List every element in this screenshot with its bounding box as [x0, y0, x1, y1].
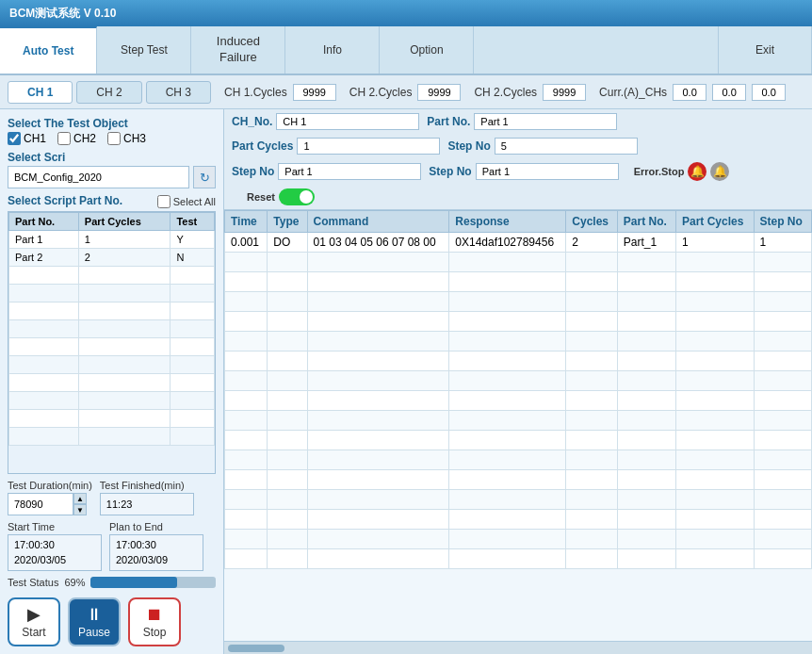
stop-button[interactable]: ⏹ Stop [128, 597, 181, 646]
ch2-checkbox[interactable] [57, 132, 71, 145]
empty-cell-4 [566, 470, 617, 490]
step-no2-item: Step No [232, 163, 421, 180]
test-duration-input[interactable] [8, 493, 73, 515]
parts-table-row[interactable]: Part 1 1 Y [9, 231, 215, 249]
empty-cell-2 [307, 470, 449, 490]
empty-cell-3 [449, 371, 566, 391]
data-table-row-empty [225, 371, 812, 391]
empty-cell-2 [307, 450, 449, 470]
empty-cell-6 [675, 391, 754, 411]
ch-no-item: CH_No. [232, 113, 419, 130]
curr-info: Curr.(A)_CHs [599, 84, 786, 101]
stop-icon: ⏹ [146, 606, 163, 623]
scrollbar-thumb[interactable] [228, 645, 284, 652]
pause-icon: ⏸ [86, 606, 103, 623]
empty-cell-5 [617, 411, 675, 431]
data-cell-2: 01 03 04 05 06 07 08 00 [307, 233, 449, 253]
empty-cell-3 [449, 253, 566, 272]
ch-tab-3[interactable]: CH 3 [146, 81, 211, 104]
empty-cell-7 [754, 371, 812, 391]
empty-cell-1 [268, 371, 307, 391]
data-table-row-empty [225, 530, 812, 549]
empty-cell-1 [268, 391, 307, 411]
ch2-checkbox-label[interactable]: CH2 [57, 132, 96, 145]
ch2-cycles-input[interactable] [417, 84, 461, 101]
refresh-button[interactable]: ↻ [193, 166, 216, 188]
plan-to-end-value: 17:00:302020/03/09 [109, 534, 203, 571]
error-stop-group: Error.Stop 🔔 🔔 [634, 162, 730, 181]
data-table-row-empty [225, 312, 812, 332]
bell-red-icon[interactable]: 🔔 [688, 162, 706, 181]
start-time-group: Start Time 17:00:302020/03/05 [8, 521, 102, 571]
bottom-fields: Test Duration(min) ▲ ▼ Test Finished(min… [8, 480, 216, 515]
reset-toggle[interactable] [279, 188, 315, 205]
ch-no-input[interactable] [276, 113, 419, 130]
tab-option[interactable]: Option [380, 26, 474, 74]
empty-cell-6 [675, 530, 754, 549]
right-panel: CH_No. Part No. Part Cycles Step No Step… [224, 109, 812, 654]
parts-table-row-empty [9, 285, 215, 302]
tab-auto-test[interactable]: Auto Test [0, 26, 97, 74]
ch1-cycles-input[interactable] [293, 84, 336, 101]
spinner-up[interactable]: ▲ [73, 493, 87, 504]
empty-cell-7 [754, 411, 812, 431]
script-input[interactable] [8, 166, 189, 188]
spinner-down[interactable]: ▼ [73, 504, 87, 515]
start-time-value: 17:00:302020/03/05 [8, 534, 102, 571]
ch1-checkbox-label[interactable]: CH1 [8, 132, 46, 145]
empty-cell-4 [566, 490, 617, 510]
step-no1-input[interactable] [495, 138, 638, 155]
ch3-cycles-input[interactable] [543, 84, 586, 101]
ch1-cycles-info: CH 1.Cycles [224, 84, 336, 101]
ch3-checkbox-label[interactable]: CH3 [107, 132, 146, 145]
script-row: ↻ [8, 166, 216, 188]
empty-cell-2 [307, 292, 449, 312]
test-object-checkboxes: CH1 CH2 CH3 [8, 132, 216, 145]
curr-ch3-input[interactable] [752, 84, 786, 101]
part-cycles-input[interactable] [297, 138, 440, 155]
spinner-buttons: ▲ ▼ [73, 493, 87, 515]
test-cell: Y [171, 231, 215, 249]
data-cell-5: Part_1 [617, 233, 675, 253]
step-no3-input[interactable] [476, 163, 619, 180]
curr-ch1-input[interactable] [673, 84, 706, 101]
bottom-scrollbar[interactable] [224, 641, 812, 654]
empty-cell-7 [754, 391, 812, 411]
ch1-checkbox[interactable] [8, 132, 21, 145]
test-status-percent: 69% [64, 577, 85, 588]
empty-cell-1 [268, 411, 307, 431]
pause-button[interactable]: ⏸ Pause [68, 597, 121, 646]
data-table-row-empty [225, 391, 812, 411]
empty-cell-6 [675, 411, 754, 431]
data-cell-7: 1 [754, 233, 812, 253]
empty-cell-5 [617, 272, 675, 292]
step-no2-input[interactable] [278, 163, 421, 180]
tab-step-test[interactable]: Step Test [97, 26, 191, 74]
empty-cell-2 [307, 332, 449, 352]
curr-ch2-input[interactable] [712, 84, 746, 101]
empty-cell-2 [307, 352, 449, 371]
empty-cell-5 [617, 549, 675, 569]
empty-cell-6 [675, 253, 754, 272]
ch-tab-1[interactable]: CH 1 [8, 81, 73, 104]
empty-cell-0 [225, 490, 268, 510]
empty-cell-6 [675, 292, 754, 312]
ch-tab-2[interactable]: CH 2 [76, 81, 141, 104]
ch3-checkbox[interactable] [107, 132, 121, 145]
start-button[interactable]: ▶ Start [8, 597, 60, 646]
part-no-input[interactable] [474, 113, 617, 130]
data-table-col-5: Part No. [617, 211, 675, 233]
test-duration-spinner: ▲ ▼ [8, 493, 92, 515]
bell-gray-icon[interactable]: 🔔 [710, 162, 729, 181]
tab-exit[interactable]: Exit [718, 26, 812, 74]
select-all-checkbox-label[interactable]: Select All [157, 195, 216, 208]
empty-cell-5 [617, 352, 675, 371]
empty-cell-2 [307, 490, 449, 510]
tab-info[interactable]: Info [285, 26, 380, 74]
parts-table-row[interactable]: Part 2 2 N [9, 249, 215, 267]
col-part-no: Part No. [9, 213, 79, 231]
left-panel: Select The Test Object CH1 CH2 CH3 Selec… [0, 109, 224, 654]
progress-bar [90, 577, 216, 588]
tab-induced-failure[interactable]: InducedFailure [191, 26, 285, 74]
select-all-checkbox[interactable] [157, 195, 171, 208]
